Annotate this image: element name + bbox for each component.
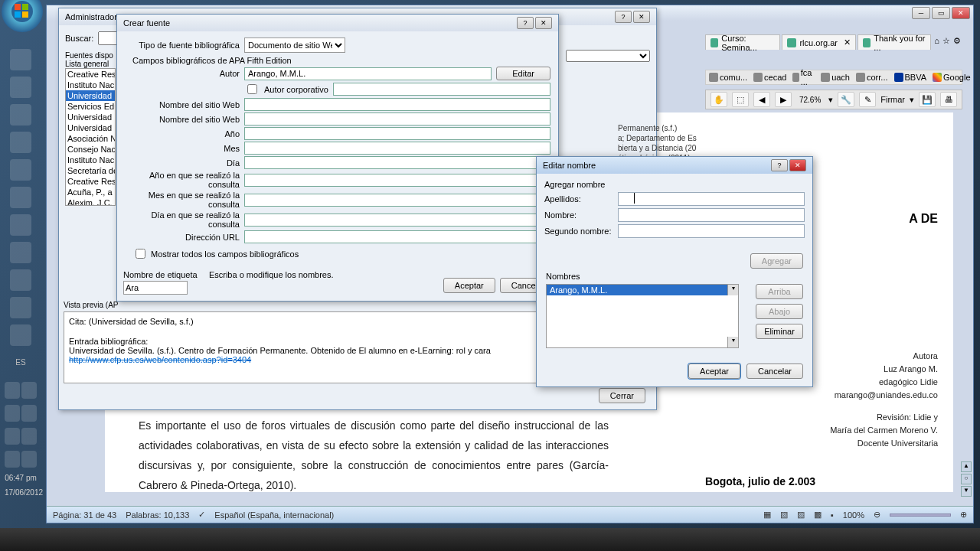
tray-icon[interactable] [5, 451, 20, 468]
bookmark[interactable]: BBVA [894, 73, 927, 82]
tag-input[interactable] [123, 281, 188, 295]
segundo-nombre-input[interactable] [618, 224, 805, 238]
view-outline-icon[interactable]: ▩ [814, 510, 822, 520]
sign-button[interactable]: Firmar [880, 95, 905, 104]
page-indicator[interactable]: Página: 31 de 43 [53, 510, 116, 520]
close-button[interactable]: ✕ [633, 11, 650, 23]
day-input[interactable] [244, 156, 550, 169]
corp-input[interactable] [333, 83, 550, 96]
maximize-button[interactable]: ▭ [932, 7, 950, 19]
day-accessed-input[interactable] [244, 214, 550, 227]
bookmark[interactable]: comu... [709, 73, 747, 82]
url-input[interactable] [244, 230, 550, 243]
month-input[interactable] [244, 142, 550, 155]
tray-icon[interactable] [5, 428, 20, 445]
cancelar-button[interactable]: Cancelar [746, 364, 803, 379]
highlight-icon[interactable]: ✎ [859, 92, 876, 107]
hand-tool-icon[interactable]: ✋ [710, 92, 727, 107]
bookmark[interactable]: corr... [856, 73, 888, 82]
page-down-icon[interactable]: ▼ [961, 486, 972, 497]
minimize-button[interactable]: ─ [912, 7, 930, 19]
tray-icon[interactable] [21, 451, 37, 468]
page-select-icon[interactable]: ○ [961, 474, 972, 484]
abajo-button[interactable]: Abajo [756, 304, 803, 319]
dropdown-icon[interactable]: ▾ [828, 95, 833, 105]
zoom-level[interactable]: 72.6% [796, 96, 824, 104]
tab[interactable]: rlcu.org.ar✕ [782, 34, 856, 50]
sort-dropdown[interactable] [566, 50, 650, 62]
tray-icon[interactable] [5, 382, 20, 399]
tab[interactable]: Curso: Semina... [705, 34, 780, 50]
sitename2-input[interactable] [244, 112, 550, 126]
bookmark[interactable]: uach [821, 73, 850, 82]
dropdown-icon[interactable]: ▾ [727, 285, 738, 295]
corp-checkbox[interactable] [247, 84, 257, 94]
home-icon[interactable]: ⌂ [934, 36, 939, 48]
year-input[interactable] [244, 127, 550, 140]
month-accessed-input[interactable] [244, 194, 550, 207]
sitename-input[interactable] [244, 98, 550, 111]
zoom-slider[interactable] [890, 514, 951, 517]
show-all-checkbox[interactable] [136, 249, 145, 259]
arriba-button[interactable]: Arriba [756, 284, 803, 299]
tool-icon[interactable]: 🔧 [838, 92, 854, 107]
ql-icon[interactable] [10, 104, 31, 126]
sources-list[interactable]: Creative ResInstituto NacUniversidadServ… [65, 68, 116, 206]
ql-icon[interactable] [10, 49, 31, 70]
dropdown-icon[interactable]: ▾ [727, 337, 738, 347]
tray-icon[interactable] [21, 428, 37, 445]
ql-icon[interactable] [10, 159, 31, 181]
print-icon[interactable]: 🖶 [940, 92, 957, 107]
ql-icon[interactable] [10, 297, 31, 318]
aceptar-button[interactable]: Aceptar [443, 278, 495, 293]
ql-icon[interactable] [10, 269, 31, 291]
cerrar-button[interactable]: Cerrar [599, 388, 645, 403]
help-button[interactable]: ? [615, 11, 632, 23]
bookmark[interactable]: fca ... [792, 68, 815, 86]
view-print-icon[interactable]: ▦ [763, 510, 771, 520]
tray-icon[interactable] [5, 405, 20, 422]
star-icon[interactable]: ☆ [942, 36, 950, 48]
start-button[interactable] [2, 0, 43, 32]
prev-page-icon[interactable]: ◀ [753, 92, 770, 107]
ql-icon[interactable] [10, 132, 31, 153]
proofing-icon[interactable]: ✓ [198, 510, 205, 520]
zoom-out-icon[interactable]: ⊖ [874, 510, 880, 520]
name-item[interactable]: Arango, M.M.L. [547, 285, 738, 295]
help-button[interactable]: ? [517, 17, 534, 29]
bookmark[interactable]: Google [933, 73, 970, 82]
gear-icon[interactable]: ⚙ [953, 36, 961, 48]
language-status[interactable]: Español (España, internacional) [214, 510, 334, 520]
zoom-in-icon[interactable]: ⊕ [960, 510, 967, 520]
close-button[interactable]: ✕ [952, 7, 970, 19]
close-button[interactable]: ✕ [535, 17, 552, 29]
tipo-select[interactable]: Documento de sitio Web [244, 37, 345, 53]
names-list[interactable]: Arango, M.M.L. ▾ ▾ [546, 284, 739, 348]
zoom-value[interactable]: 100% [843, 510, 864, 520]
dropdown-icon[interactable]: ▾ [910, 95, 914, 105]
aceptar-button[interactable]: Aceptar [688, 364, 740, 379]
tray-icon[interactable] [21, 405, 37, 422]
close-button[interactable]: ✕ [789, 159, 806, 171]
year-accessed-input[interactable] [244, 174, 550, 187]
help-button[interactable]: ? [771, 159, 788, 171]
close-tab-icon[interactable]: ✕ [844, 37, 851, 47]
ql-icon[interactable] [10, 324, 31, 346]
view-web-icon[interactable]: ▨ [797, 510, 805, 520]
view-reading-icon[interactable]: ▧ [780, 510, 788, 520]
ql-icon[interactable] [10, 77, 31, 98]
agregar-button[interactable]: Agregar [750, 253, 803, 269]
ql-icon[interactable] [10, 242, 31, 263]
view-draft-icon[interactable]: ▪ [831, 510, 834, 520]
apellidos-input[interactable] [618, 192, 805, 206]
tab[interactable]: Thank you for ... [858, 34, 931, 50]
autor-input[interactable] [244, 67, 492, 80]
tray-icon[interactable] [21, 382, 37, 399]
word-count[interactable]: Palabras: 10,133 [126, 510, 189, 520]
nombre-input[interactable] [618, 208, 805, 222]
language-indicator[interactable]: ES [5, 358, 37, 367]
save-icon[interactable]: 💾 [919, 92, 936, 107]
editar-button[interactable]: Editar [496, 67, 550, 80]
ql-icon[interactable] [10, 187, 31, 208]
ql-icon[interactable] [10, 214, 31, 236]
